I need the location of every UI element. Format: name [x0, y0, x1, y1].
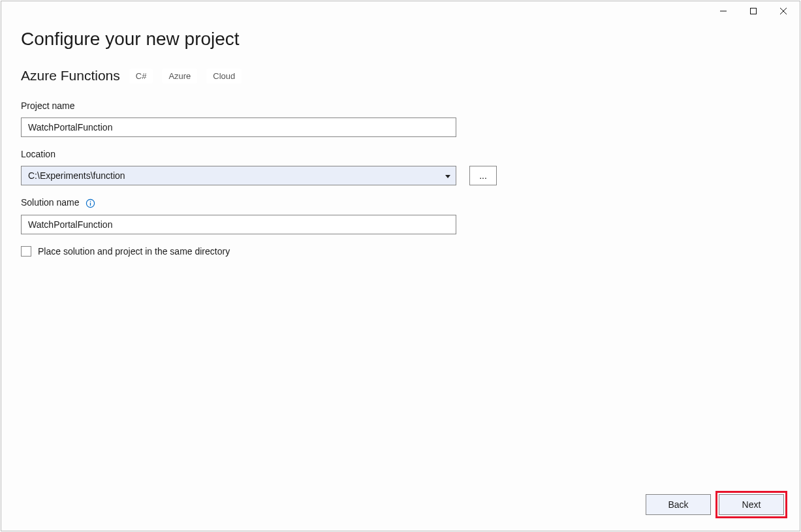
tag-azure: Azure	[162, 69, 197, 84]
location-row: Location C:\Experiments\function ...	[21, 149, 780, 185]
minimize-icon	[719, 7, 727, 15]
location-value: C:\Experiments\function	[28, 170, 125, 181]
location-label: Location	[21, 149, 780, 159]
project-name-input[interactable]	[21, 117, 456, 137]
solution-name-label-text: Solution name	[21, 197, 80, 208]
dialog-window: Configure your new project Azure Functio…	[1, 1, 800, 531]
tag-csharp: C#	[129, 69, 153, 84]
same-directory-label[interactable]: Place solution and project in the same d…	[38, 246, 230, 257]
tag-cloud: Cloud	[206, 69, 242, 84]
dialog-content: Configure your new project Azure Functio…	[1, 21, 800, 531]
next-button[interactable]: Next	[719, 494, 784, 515]
solution-name-input[interactable]	[21, 215, 456, 234]
back-button[interactable]: Back	[646, 494, 711, 515]
svg-rect-6	[90, 201, 91, 202]
solution-name-label: Solution name	[21, 197, 780, 208]
same-directory-row: Place solution and project in the same d…	[21, 246, 780, 257]
title-bar	[1, 1, 800, 21]
chevron-down-icon	[445, 170, 450, 181]
maximize-button[interactable]	[738, 2, 768, 20]
project-name-label: Project name	[21, 101, 780, 111]
solution-name-row: Solution name	[21, 197, 780, 234]
page-title: Configure your new project	[21, 29, 780, 50]
template-name: Azure Functions	[21, 68, 120, 84]
browse-button[interactable]: ...	[469, 166, 497, 185]
project-name-row: Project name	[21, 101, 780, 137]
close-button[interactable]	[768, 2, 798, 20]
same-directory-checkbox[interactable]	[21, 246, 31, 257]
close-icon	[779, 7, 787, 15]
svg-rect-5	[90, 202, 91, 206]
minimize-button[interactable]	[708, 2, 738, 20]
template-row: Azure Functions C# Azure Cloud	[21, 68, 780, 84]
button-row: Back Next	[646, 494, 784, 515]
info-icon[interactable]	[86, 198, 95, 208]
location-combobox[interactable]: C:\Experiments\function	[21, 166, 456, 185]
svg-rect-1	[751, 8, 757, 14]
maximize-icon	[749, 7, 757, 15]
